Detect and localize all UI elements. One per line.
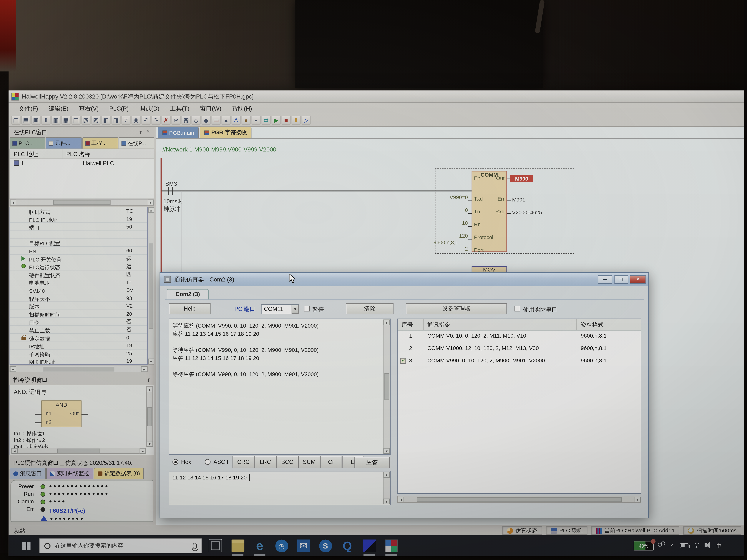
ladder-symbol[interactable]: ◆ [202, 116, 211, 125]
blue-window-app-icon[interactable] [358, 535, 380, 556]
out-value[interactable]: M900 [510, 175, 533, 182]
menu-item[interactable]: 工具(T) [165, 103, 195, 114]
err-value[interactable]: M901 [512, 197, 525, 203]
property-row[interactable]: 版本 V2 [10, 302, 147, 310]
dialog-titlebar[interactable]: 通讯仿真器 - Com2 (3) ─ □ ✕ [160, 273, 648, 286]
cut[interactable]: ✂ [172, 116, 181, 125]
people-icon[interactable] [658, 542, 665, 550]
scroll-thumb[interactable] [417, 497, 622, 502]
scroll-up-icon[interactable]: ▲ [384, 472, 390, 478]
property-row[interactable]: 电池电压 正 [10, 278, 147, 286]
battery-icon[interactable] [680, 543, 688, 548]
property-row[interactable]: PLC运行状态 运 [10, 262, 147, 270]
v-scrollbar[interactable]: ▲ ▼ [146, 386, 153, 447]
scroll-thumb[interactable] [147, 407, 152, 426]
ime-indicator[interactable]: 中 [716, 542, 722, 550]
redo[interactable]: ↷ [152, 116, 161, 125]
com-port-tab[interactable]: Com2 (3) [167, 289, 209, 300]
upload[interactable]: ⇑ [42, 116, 51, 125]
plc-row[interactable]: 1 Haiwell PLC [10, 159, 154, 167]
status-item[interactable]: PLC 联机 [546, 526, 587, 535]
property-row[interactable]: 网关IP地址 19 [10, 357, 147, 365]
scroll-up-icon[interactable]: ▲ [147, 387, 153, 393]
property-row[interactable]: 子网掩码 25 [10, 349, 147, 357]
close-button[interactable]: ✕ [630, 275, 646, 284]
menu-item[interactable]: 查看(V) [74, 103, 104, 114]
property-row[interactable]: IP地址 19 [10, 342, 147, 349]
status-item[interactable]: 扫描时间:500ms [683, 526, 741, 535]
property-row[interactable]: 锁定数据 0 [10, 334, 147, 342]
contact-name[interactable]: SM3 [165, 181, 177, 187]
open-file[interactable]: ▤ [22, 116, 31, 125]
column-header-fmt[interactable]: 资料格式 [577, 319, 641, 330]
hex-radio[interactable] [173, 459, 178, 465]
scroll-right-icon[interactable]: ► [141, 366, 147, 372]
wifi-icon[interactable] [693, 543, 700, 549]
microphone-icon[interactable] [193, 542, 197, 549]
delete[interactable]: ✗ [161, 116, 171, 125]
battery-saver-badge[interactable]: 49% [634, 541, 654, 550]
menu-item[interactable]: 帮助(H) [227, 103, 257, 114]
file-explorer-icon[interactable] [227, 535, 249, 556]
scroll-down-icon[interactable]: ▼ [148, 358, 154, 364]
edge-browser-icon[interactable]: e [249, 535, 271, 556]
sim-tab[interactable]: 锁定数据表 (0) [94, 468, 144, 479]
protocol-value[interactable]: 120 [430, 233, 468, 239]
comm-function-block[interactable]: COMM En Txd Tn Rn Protocol Port Out Err … [472, 171, 507, 252]
h-scrollbar[interactable]: ◄ ► [9, 199, 154, 206]
comm-log[interactable]: 等待应答 (COMM V990, 0, 10, 120, 2, M900, M9… [169, 319, 390, 455]
close-icon[interactable]: ✕ [145, 129, 151, 135]
property-row[interactable]: 目标PLC配置 [10, 239, 147, 247]
device-manager-button[interactable]: 设备管理器 [406, 303, 507, 314]
scroll-left-icon[interactable]: ◄ [10, 199, 16, 205]
menu-item[interactable]: 文件(F) [14, 103, 43, 114]
clock-app-icon[interactable]: ◷ [271, 535, 292, 556]
port-config[interactable]: 9600,n,8,1 [415, 239, 458, 245]
paste[interactable]: ▩ [182, 116, 191, 125]
step[interactable]: ▷ [302, 116, 311, 125]
scroll-thumb[interactable] [43, 367, 114, 372]
scroll-up-icon[interactable]: ▲ [384, 319, 390, 325]
scroll-down-icon[interactable]: ▼ [384, 448, 390, 454]
status-item[interactable]: 当前PLC:Haiwell PLC Addr 1 [591, 526, 679, 535]
v-scrollbar[interactable]: ▲ ▼ [383, 319, 390, 454]
rxd-value[interactable]: V2000=4625 [512, 209, 542, 215]
scroll-left-icon[interactable]: ◄ [11, 448, 18, 454]
reply-input[interactable]: 11 12 13 14 15 16 17 18 19 20 ▲ ▼ [169, 471, 390, 505]
scroll-thumb[interactable] [57, 448, 100, 453]
property-row[interactable]: 禁止上载 否 [10, 326, 147, 334]
haiwell-app-icon[interactable] [380, 535, 402, 556]
scroll-right-icon[interactable]: ► [635, 497, 641, 502]
save[interactable]: ▣ [31, 116, 41, 125]
editor-tab[interactable]: PGB:main [158, 127, 199, 138]
lock-program[interactable]: ● [241, 116, 251, 125]
monitor-table[interactable]: ▪ [252, 116, 261, 125]
chevron-down-icon[interactable]: ▼ [292, 305, 299, 314]
share-app-icon[interactable]: S [314, 535, 336, 556]
help-button[interactable]: Help [169, 303, 210, 314]
property-row[interactable]: PLC 开关位置 运 [10, 255, 147, 263]
find[interactable]: ◉ [132, 116, 140, 125]
convert[interactable]: ◨ [111, 116, 121, 125]
online-panel-tab[interactable]: 工程... [82, 137, 118, 149]
font[interactable]: A [232, 116, 241, 125]
column-header-name[interactable]: PLC 名称 [62, 149, 154, 159]
maximize-button[interactable]: □ [614, 275, 628, 284]
start-button[interactable] [15, 535, 37, 556]
row-checkbox-icon[interactable] [400, 358, 406, 364]
h-scrollbar[interactable]: ◄ ► [11, 448, 146, 454]
insert-network[interactable]: ◇ [191, 116, 201, 125]
column-header-no[interactable]: 序号 [398, 319, 423, 330]
tn-value[interactable]: 0 [430, 207, 468, 213]
pin-icon[interactable]: ┲ [138, 129, 144, 135]
property-row[interactable]: PLC IP 地址 19 [10, 215, 147, 223]
table-row[interactable]: 1 COMM V0, 10, 0, 120, 2, M11, M10, V10 … [398, 330, 641, 343]
table-row[interactable]: 3 COMM V990, 0, 10, 120, 2, M900, M901, … [398, 355, 641, 368]
property-row[interactable]: 硬件配置状态 匹 [10, 270, 147, 278]
checksum-button[interactable]: Cr [320, 456, 342, 468]
pause-checkbox[interactable] [304, 306, 310, 312]
scroll-left-icon[interactable]: ◄ [10, 366, 16, 372]
online-panel-tab[interactable]: PLC... [9, 137, 45, 149]
pin-icon[interactable]: ┲ [145, 376, 151, 382]
property-row[interactable] [10, 231, 147, 239]
